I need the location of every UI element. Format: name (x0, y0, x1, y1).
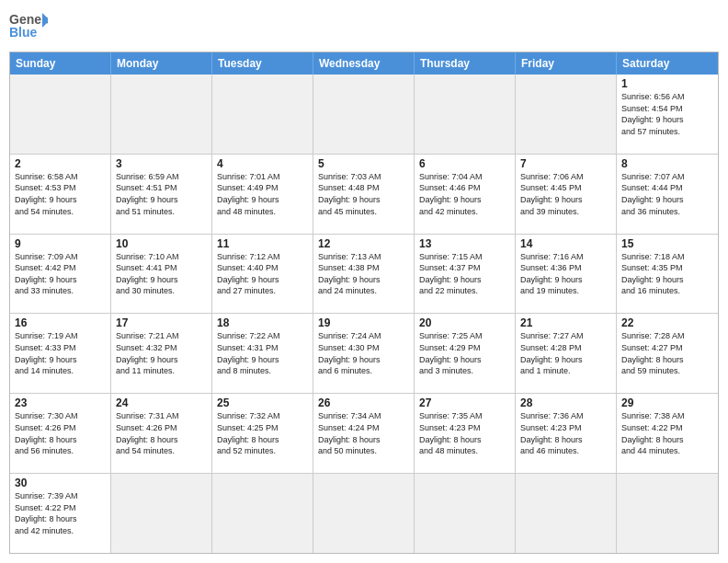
day-number: 21 (520, 316, 611, 329)
cell-day-21: 21Sunrise: 7:27 AM Sunset: 4:28 PM Dayli… (516, 314, 617, 394)
cell-day-26: 26Sunrise: 7:34 AM Sunset: 4:24 PM Dayli… (313, 394, 415, 474)
cell-empty-2 (212, 75, 313, 155)
cell-day-11: 11Sunrise: 7:12 AM Sunset: 4:40 PM Dayli… (212, 235, 313, 315)
day-info: Sunrise: 7:39 AM Sunset: 4:22 PM Dayligh… (15, 490, 106, 536)
cell-empty-37 (212, 474, 313, 553)
header-day-thursday: Thursday (415, 52, 516, 75)
cell-day-28: 28Sunrise: 7:36 AM Sunset: 4:23 PM Dayli… (516, 394, 617, 474)
header-day-monday: Monday (111, 52, 212, 75)
day-info: Sunrise: 7:09 AM Sunset: 4:42 PM Dayligh… (15, 251, 106, 297)
day-number: 27 (419, 396, 510, 409)
header: General Blue (9, 9, 719, 44)
day-info: Sunrise: 7:06 AM Sunset: 4:45 PM Dayligh… (520, 171, 611, 217)
day-number: 28 (520, 396, 611, 409)
day-info: Sunrise: 7:35 AM Sunset: 4:23 PM Dayligh… (419, 410, 510, 456)
day-number: 18 (217, 316, 308, 329)
cell-day-13: 13Sunrise: 7:15 AM Sunset: 4:37 PM Dayli… (415, 235, 516, 315)
day-number: 22 (621, 316, 713, 329)
cell-day-5: 5Sunrise: 7:03 AM Sunset: 4:48 PM Daylig… (313, 155, 415, 235)
cell-day-7: 7Sunrise: 7:06 AM Sunset: 4:45 PM Daylig… (516, 155, 617, 235)
day-info: Sunrise: 7:36 AM Sunset: 4:23 PM Dayligh… (520, 410, 611, 456)
cell-day-24: 24Sunrise: 7:31 AM Sunset: 4:26 PM Dayli… (111, 394, 212, 474)
day-number: 3 (116, 157, 207, 170)
calendar: SundayMondayTuesdayWednesdayThursdayFrid… (9, 52, 719, 554)
day-number: 1 (621, 77, 713, 90)
day-info: Sunrise: 7:07 AM Sunset: 4:44 PM Dayligh… (621, 171, 713, 217)
day-number: 20 (419, 316, 510, 329)
day-info: Sunrise: 7:21 AM Sunset: 4:32 PM Dayligh… (116, 330, 207, 376)
cell-day-17: 17Sunrise: 7:21 AM Sunset: 4:32 PM Dayli… (111, 314, 212, 394)
cell-empty-38 (313, 474, 415, 553)
header-day-saturday: Saturday (617, 52, 718, 75)
header-day-wednesday: Wednesday (313, 52, 415, 75)
cell-day-1: 1Sunrise: 6:56 AM Sunset: 4:54 PM Daylig… (617, 75, 718, 155)
day-info: Sunrise: 7:38 AM Sunset: 4:22 PM Dayligh… (621, 410, 713, 456)
day-info: Sunrise: 7:03 AM Sunset: 4:48 PM Dayligh… (318, 171, 409, 217)
cell-day-27: 27Sunrise: 7:35 AM Sunset: 4:23 PM Dayli… (415, 394, 516, 474)
day-info: Sunrise: 7:22 AM Sunset: 4:31 PM Dayligh… (217, 330, 308, 376)
day-info: Sunrise: 7:04 AM Sunset: 4:46 PM Dayligh… (419, 171, 510, 217)
cell-empty-5 (516, 75, 617, 155)
cell-empty-36 (111, 474, 212, 553)
logo-image: General Blue (9, 9, 48, 44)
cell-day-18: 18Sunrise: 7:22 AM Sunset: 4:31 PM Dayli… (212, 314, 313, 394)
day-info: Sunrise: 7:30 AM Sunset: 4:26 PM Dayligh… (15, 410, 106, 456)
cell-day-23: 23Sunrise: 7:30 AM Sunset: 4:26 PM Dayli… (10, 394, 111, 474)
cell-day-14: 14Sunrise: 7:16 AM Sunset: 4:36 PM Dayli… (516, 235, 617, 315)
day-info: Sunrise: 7:32 AM Sunset: 4:25 PM Dayligh… (217, 410, 308, 456)
cell-day-6: 6Sunrise: 7:04 AM Sunset: 4:46 PM Daylig… (415, 155, 516, 235)
day-number: 5 (318, 157, 409, 170)
day-number: 30 (15, 477, 106, 489)
day-number: 4 (217, 157, 308, 170)
cell-empty-1 (111, 75, 212, 155)
day-info: Sunrise: 7:18 AM Sunset: 4:35 PM Dayligh… (621, 251, 713, 297)
day-number: 26 (318, 396, 409, 409)
day-number: 11 (217, 237, 308, 250)
day-info: Sunrise: 7:28 AM Sunset: 4:27 PM Dayligh… (621, 330, 713, 376)
day-number: 23 (15, 396, 106, 409)
page: General Blue SundayMondayTuesdayWednesda… (0, 0, 728, 563)
cell-empty-40 (516, 474, 617, 553)
cell-day-30: 30Sunrise: 7:39 AM Sunset: 4:22 PM Dayli… (10, 474, 111, 553)
day-number: 6 (419, 157, 510, 170)
day-number: 13 (419, 237, 510, 250)
day-info: Sunrise: 6:59 AM Sunset: 4:51 PM Dayligh… (116, 171, 207, 217)
day-number: 7 (520, 157, 611, 170)
cell-day-25: 25Sunrise: 7:32 AM Sunset: 4:25 PM Dayli… (212, 394, 313, 474)
cell-day-20: 20Sunrise: 7:25 AM Sunset: 4:29 PM Dayli… (415, 314, 516, 394)
day-number: 14 (520, 237, 611, 250)
day-info: Sunrise: 7:16 AM Sunset: 4:36 PM Dayligh… (520, 251, 611, 297)
cell-day-3: 3Sunrise: 6:59 AM Sunset: 4:51 PM Daylig… (111, 155, 212, 235)
day-number: 8 (621, 157, 713, 170)
calendar-body: 1Sunrise: 6:56 AM Sunset: 4:54 PM Daylig… (10, 75, 718, 553)
day-number: 17 (116, 316, 207, 329)
cell-day-8: 8Sunrise: 7:07 AM Sunset: 4:44 PM Daylig… (617, 155, 718, 235)
logo: General Blue (9, 9, 48, 44)
day-info: Sunrise: 7:13 AM Sunset: 4:38 PM Dayligh… (318, 251, 409, 297)
day-info: Sunrise: 7:10 AM Sunset: 4:41 PM Dayligh… (116, 251, 207, 297)
header-day-friday: Friday (516, 52, 617, 75)
cell-empty-39 (415, 474, 516, 553)
day-info: Sunrise: 6:56 AM Sunset: 4:54 PM Dayligh… (621, 91, 713, 137)
cell-day-15: 15Sunrise: 7:18 AM Sunset: 4:35 PM Dayli… (617, 235, 718, 315)
header-day-tuesday: Tuesday (212, 52, 313, 75)
day-number: 16 (15, 316, 106, 329)
cell-empty-41 (617, 474, 718, 553)
day-info: Sunrise: 7:27 AM Sunset: 4:28 PM Dayligh… (520, 330, 611, 376)
day-info: Sunrise: 7:34 AM Sunset: 4:24 PM Dayligh… (318, 410, 409, 456)
cell-empty-4 (415, 75, 516, 155)
day-info: Sunrise: 7:15 AM Sunset: 4:37 PM Dayligh… (419, 251, 510, 297)
svg-text:Blue: Blue (9, 25, 38, 40)
day-info: Sunrise: 7:01 AM Sunset: 4:49 PM Dayligh… (217, 171, 308, 217)
logo-svg: General Blue (9, 9, 48, 44)
day-info: Sunrise: 7:12 AM Sunset: 4:40 PM Dayligh… (217, 251, 308, 297)
day-number: 29 (621, 396, 713, 409)
cell-day-19: 19Sunrise: 7:24 AM Sunset: 4:30 PM Dayli… (313, 314, 415, 394)
cell-day-16: 16Sunrise: 7:19 AM Sunset: 4:33 PM Dayli… (10, 314, 111, 394)
cell-day-22: 22Sunrise: 7:28 AM Sunset: 4:27 PM Dayli… (617, 314, 718, 394)
day-number: 19 (318, 316, 409, 329)
day-number: 2 (15, 157, 106, 170)
day-info: Sunrise: 7:24 AM Sunset: 4:30 PM Dayligh… (318, 330, 409, 376)
day-info: Sunrise: 6:58 AM Sunset: 4:53 PM Dayligh… (15, 171, 106, 217)
cell-day-9: 9Sunrise: 7:09 AM Sunset: 4:42 PM Daylig… (10, 235, 111, 315)
